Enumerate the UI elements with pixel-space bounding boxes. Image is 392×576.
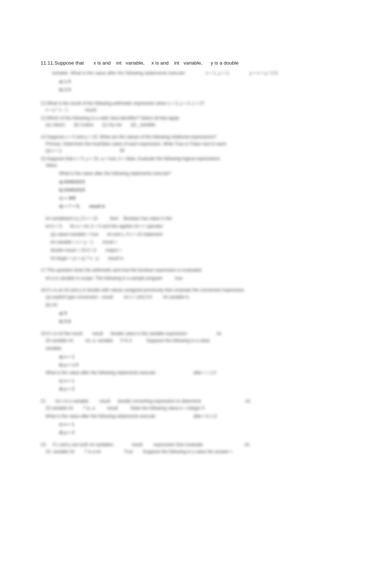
q11-choice-b: b) 2.0 bbox=[59, 86, 362, 93]
q11-choice-a: a) 1.5 bbox=[59, 78, 362, 85]
blurred-q18-sub: (b) int: bbox=[41, 301, 362, 308]
q20-choice-b: d) y = 2 bbox=[59, 429, 362, 436]
blurred-extra3: int larger = (x > y) ? x : y; result is bbox=[41, 255, 362, 262]
section-blurred-3: int variable(int x) { if x > 10 then Boo… bbox=[41, 215, 362, 262]
q18-choice-a: a) 5 bbox=[59, 310, 362, 317]
q11-main-line: 11. 11.Suppose that x is and int variabl… bbox=[41, 59, 362, 67]
q11-subline1: variable. What is the value after the fo… bbox=[52, 69, 186, 77]
blurred-q17: 17.This question tests the arithmetic an… bbox=[41, 267, 362, 274]
blurred-q14: 14.Suppose x = 5 and y = 10. What are th… bbox=[41, 134, 362, 154]
blurred-q20-sub: What is the value after the following st… bbox=[41, 413, 362, 420]
section-blurred-8: 23. If x and y are both int variables re… bbox=[41, 441, 362, 455]
section-blurred-5: 18.If x is an int and y is double with v… bbox=[41, 287, 362, 325]
q20-choice-a: c) x = 1 bbox=[59, 421, 362, 428]
blurred-q17-sub: int a is variable in scope. The followin… bbox=[41, 275, 362, 282]
section-blurred-6: 19.If x is int the result result double … bbox=[41, 330, 362, 393]
q11-number: 11. bbox=[41, 59, 48, 67]
blurred-q16-sub: (a) value+variable = true int and x, if … bbox=[41, 231, 362, 238]
q11-subline3: y = x + y / 2.0; bbox=[250, 69, 279, 77]
section-blurred-4: 17.This question tests the arithmetic an… bbox=[41, 267, 362, 282]
blurred-q16-pre: int variable(int x) { if x > 10 then Boo… bbox=[41, 215, 362, 222]
blurred-q21: 23. If x and y are both int variables re… bbox=[41, 441, 362, 455]
section-blurred-2: 14.Suppose x = 5 and y = 10. What are th… bbox=[41, 134, 362, 210]
page-content: 11. 11.Suppose that x is and int variabl… bbox=[0, 0, 392, 482]
q18-choice-b: b) 5.6 bbox=[59, 318, 362, 325]
blurred-q19-desc: What is the value after the following st… bbox=[41, 369, 362, 376]
section-blurred-7: 21. int x is a variable. result double c… bbox=[41, 398, 362, 436]
blurred-extra1: int variable = x + y - 1; result = bbox=[41, 239, 362, 246]
q15-choice-c: c) = 345 bbox=[59, 194, 362, 202]
q19-choice-c: c) x = 1 bbox=[59, 377, 362, 384]
q19-choice-d: d) y = 2 bbox=[59, 385, 362, 393]
blurred-q12: 12.What is the result of the following a… bbox=[41, 100, 362, 114]
q19-choice-a: a) x = 1 bbox=[59, 353, 362, 361]
q11-subline2: x = 1; y = 2; bbox=[206, 69, 230, 77]
blurred-q16: int b = 5; for a = int, b = 5 and this a… bbox=[41, 223, 362, 230]
q19-choice-b: b) y = 1.5 bbox=[59, 361, 362, 369]
section-blurred-1: 12.What is the result of the following a… bbox=[41, 100, 362, 128]
q15-choice-d: d) = 7 + 5; result is bbox=[59, 203, 362, 210]
q11-suppose: 11.Suppose that x is and int variable, x… bbox=[48, 59, 239, 67]
blurred-extra2: double result = 10.0 / 3; output = bbox=[41, 247, 362, 254]
question-11: 11. 11.Suppose that x is and int variabl… bbox=[41, 59, 362, 93]
blurred-q13: 13.Which of the following is a valid Jav… bbox=[41, 115, 362, 128]
blurred-q20: 21. int x is a variable. result double c… bbox=[41, 398, 362, 411]
blurred-q15: 15.Suppose that x = 5, y = 10, a = true,… bbox=[41, 155, 362, 169]
blurred-q18: 18.If x is an int and y is double with v… bbox=[41, 287, 362, 300]
q15-choice-a: a) 63401015 bbox=[59, 178, 362, 186]
blurred-q19-sub: variable: bbox=[41, 345, 362, 352]
blurred-q15-sub: What is the value after the following st… bbox=[59, 170, 362, 177]
q15-choice-b: b) 63401015 bbox=[59, 186, 362, 194]
blurred-q19-pre: 19.If x is int the result result double … bbox=[41, 330, 362, 344]
